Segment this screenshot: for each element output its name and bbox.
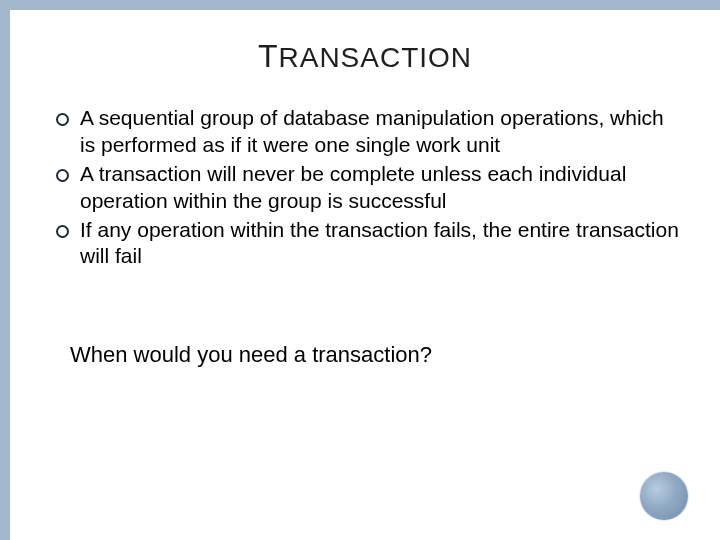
page-title: TRANSACTION — [50, 38, 680, 75]
bullet-text: A transaction will never be complete unl… — [80, 162, 626, 212]
list-item: If any operation within the transaction … — [56, 217, 680, 271]
title-rest: RANSACTION — [278, 42, 472, 73]
bullet-text: A sequential group of database manipulat… — [80, 106, 664, 156]
bullet-list: A sequential group of database manipulat… — [56, 105, 680, 270]
list-item: A sequential group of database manipulat… — [56, 105, 680, 159]
question-text: When would you need a transaction? — [70, 342, 680, 368]
left-border — [0, 10, 10, 540]
top-border — [0, 0, 720, 10]
list-item: A transaction will never be complete unl… — [56, 161, 680, 215]
decorative-circle-icon — [640, 472, 688, 520]
slide-content: TRANSACTION A sequential group of databa… — [0, 10, 720, 368]
title-first-letter: T — [258, 38, 279, 74]
bullet-text: If any operation within the transaction … — [80, 218, 679, 268]
